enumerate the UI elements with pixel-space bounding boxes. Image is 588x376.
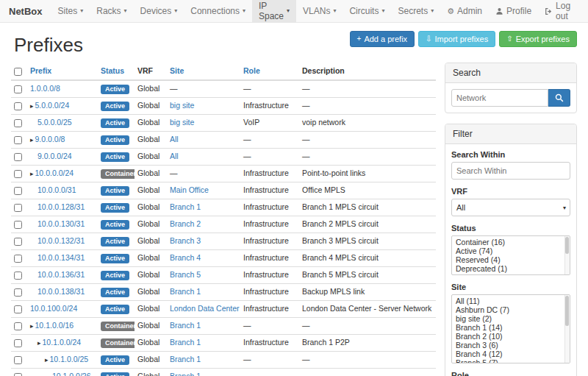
brand[interactable]: NetBox <box>6 0 51 22</box>
option-branch-2-10[interactable]: Branch 2 (10) <box>452 332 570 341</box>
expand-caret-icon[interactable]: ▸ <box>45 356 49 363</box>
site-link[interactable]: Branch 1 <box>170 338 201 347</box>
add-prefix-button[interactable]: + Add a prefix <box>350 31 415 47</box>
option-all-11[interactable]: All (11) <box>452 297 570 305</box>
filter-input-search-within[interactable] <box>451 162 570 180</box>
row-checkbox[interactable] <box>14 170 22 178</box>
column-header-prefix[interactable]: Prefix <box>27 63 98 80</box>
row-checkbox[interactable] <box>14 119 22 127</box>
nav-item-circuits[interactable]: Circuits▾ <box>343 0 391 22</box>
expand-caret-icon[interactable]: ▸ <box>30 170 34 177</box>
row-checkbox[interactable] <box>14 373 22 376</box>
expand-caret-icon[interactable]: ▸ <box>37 339 41 347</box>
column-header-site[interactable]: Site <box>167 63 240 80</box>
site-link[interactable]: All <box>170 135 179 143</box>
row-checkbox[interactable] <box>14 339 22 347</box>
nav-item-ip-space[interactable]: IP Space▾ <box>252 0 296 22</box>
expand-caret-icon[interactable]: ▸ <box>30 136 34 143</box>
export-prefixes-button[interactable]: ⇧ Export prefixes <box>499 31 577 47</box>
row-checkbox[interactable] <box>14 102 22 110</box>
filter-multiselect-status[interactable]: Container (16)Active (74)Reserved (4)Dep… <box>451 235 570 275</box>
nav-item-admin[interactable]: ⚙ Admin <box>440 0 489 22</box>
prefix-link[interactable]: 10.0.0.130/31 <box>37 219 85 228</box>
site-link[interactable]: Branch 1 <box>170 355 201 363</box>
nav-item-connections[interactable]: Connections▾ <box>184 0 252 22</box>
prefix-link[interactable]: 10.1.0.0/25 <box>50 355 89 363</box>
row-checkbox[interactable] <box>14 322 22 330</box>
column-header-status[interactable]: Status <box>98 63 135 80</box>
prefix-link[interactable]: 10.0.0.0/31 <box>37 185 76 194</box>
site-link[interactable]: Branch 1 <box>170 202 201 211</box>
select-all-checkbox[interactable] <box>14 68 22 76</box>
row-checkbox[interactable] <box>14 305 22 313</box>
option-reserved-4[interactable]: Reserved (4) <box>452 255 570 264</box>
nav-item-profile[interactable]: Profile <box>489 0 538 22</box>
search-panel: Search <box>445 63 577 113</box>
row-checkbox[interactable] <box>14 204 22 212</box>
site-link[interactable]: Branch 1 <box>170 321 201 330</box>
prefix-link[interactable]: 10.1.0.0/24 <box>43 338 82 347</box>
prefix-link[interactable]: 9.0.0.0/24 <box>37 152 72 160</box>
option-container-16[interactable]: Container (16) <box>452 238 570 246</box>
prefix-link[interactable]: 10.0.0.132/31 <box>37 236 85 245</box>
import-prefixes-button[interactable]: ⇩ Import prefixes <box>418 31 495 47</box>
site-link[interactable]: Branch 3 <box>170 236 201 245</box>
filter-select-vrf[interactable]: All▾ <box>451 199 570 216</box>
site-link[interactable]: big site <box>170 118 194 127</box>
row-checkbox[interactable] <box>14 272 22 280</box>
row-checkbox[interactable] <box>14 136 22 144</box>
nav-item-devices[interactable]: Devices▾ <box>134 0 184 22</box>
option-big-site-2[interactable]: big site (2) <box>452 314 570 323</box>
option-deprecated-1[interactable]: Deprecated (1) <box>452 264 570 273</box>
search-input[interactable] <box>451 89 548 107</box>
prefix-link[interactable]: 10.1.0.0/16 <box>35 321 74 330</box>
option-ashburn-dc-7[interactable]: Ashburn DC (7) <box>452 305 570 314</box>
prefix-link[interactable]: 10.0.0.138/31 <box>37 287 85 296</box>
nav-item-logout[interactable]: Log out <box>538 0 582 22</box>
nav-item-sites[interactable]: Sites▾ <box>51 0 90 22</box>
vrf-cell: Global <box>135 114 167 131</box>
site-link[interactable]: All <box>170 152 179 160</box>
row-checkbox[interactable] <box>14 85 22 93</box>
site-link[interactable]: Branch 1 <box>170 372 201 376</box>
scrollbar[interactable] <box>564 295 570 363</box>
row-checkbox[interactable] <box>14 221 22 229</box>
nav-item-vlans[interactable]: VLANs▾ <box>296 0 343 22</box>
row-checkbox[interactable] <box>14 187 22 195</box>
site-link[interactable]: Branch 2 <box>170 219 201 228</box>
column-header-role[interactable]: Role <box>240 63 299 80</box>
prefix-link[interactable]: 10.1.0.0/26 <box>52 372 91 376</box>
prefix-link[interactable]: 10.0.0.134/31 <box>37 253 85 262</box>
nav-item-racks[interactable]: Racks▾ <box>90 0 133 22</box>
option-branch-4-12[interactable]: Branch 4 (12) <box>452 350 570 358</box>
prefix-link[interactable]: 10.0.0.136/31 <box>37 270 85 279</box>
site-link[interactable]: Branch 1 <box>170 287 201 296</box>
option-branch-3-6[interactable]: Branch 3 (6) <box>452 341 570 350</box>
row-checkbox[interactable] <box>14 356 22 364</box>
search-button[interactable] <box>548 89 570 107</box>
expand-caret-icon[interactable]: ▸ <box>30 102 34 110</box>
site-link[interactable]: London Data Center <box>170 304 240 313</box>
row-checkbox[interactable] <box>14 255 22 263</box>
row-checkbox[interactable] <box>14 153 22 161</box>
row-checkbox[interactable] <box>14 238 22 246</box>
option-branch-1-14[interactable]: Branch 1 (14) <box>452 323 570 332</box>
nav-item-secrets[interactable]: Secrets▾ <box>391 0 440 22</box>
site-link[interactable]: big site <box>170 101 194 110</box>
option-active-74[interactable]: Active (74) <box>452 246 570 255</box>
prefix-link[interactable]: 10.0.100.0/24 <box>30 304 77 313</box>
prefix-link[interactable]: 10.0.0.128/31 <box>37 202 85 211</box>
prefix-link[interactable]: 5.0.0.0/24 <box>35 101 70 110</box>
scrollbar[interactable] <box>564 236 570 274</box>
prefix-link[interactable]: 1.0.0.0/8 <box>30 84 60 93</box>
prefix-link[interactable]: 9.0.0.0/8 <box>35 135 65 143</box>
prefix-link[interactable]: 5.0.0.0/25 <box>37 118 72 127</box>
option-branch-5-7[interactable]: Branch 5 (7) <box>452 358 570 363</box>
row-checkbox[interactable] <box>14 288 22 297</box>
site-link[interactable]: Branch 4 <box>170 253 201 262</box>
prefix-link[interactable]: 10.0.0.0/24 <box>35 169 74 177</box>
expand-caret-icon[interactable]: ▸ <box>30 322 34 330</box>
filter-multiselect-site[interactable]: All (11)Ashburn DC (7)big site (2)Branch… <box>451 294 570 363</box>
site-link[interactable]: Branch 5 <box>170 270 201 279</box>
site-link[interactable]: Main Office <box>170 185 209 194</box>
